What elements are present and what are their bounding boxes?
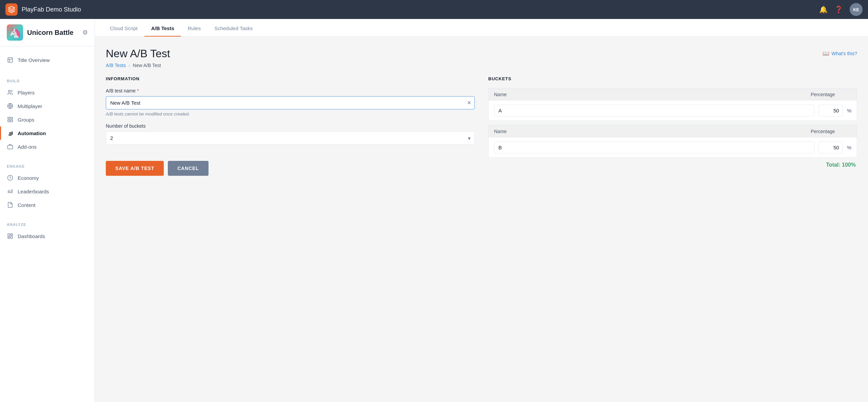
bucket-name-header-a: Name bbox=[494, 92, 811, 97]
bucket-b-pct-input[interactable] bbox=[818, 142, 843, 153]
svg-rect-7 bbox=[11, 120, 13, 122]
sidebar-item-economy[interactable]: Economy bbox=[0, 171, 95, 185]
sidebar-item-content[interactable]: Content bbox=[0, 198, 95, 212]
svg-rect-5 bbox=[11, 117, 13, 119]
ab-test-name-label: A/B test name * bbox=[106, 88, 475, 93]
buckets-total: Total: 100% bbox=[488, 162, 857, 168]
sidebar-item-leaderboards[interactable]: Leaderboards bbox=[0, 185, 95, 198]
required-star: * bbox=[137, 88, 139, 93]
sidebar: 🦄 Unicorn Battle ⚙ Title Overview BUILD bbox=[0, 19, 95, 402]
ab-test-name-input-wrapper: ✕ bbox=[106, 96, 475, 109]
bucket-header-row-b: Name Percentage bbox=[489, 125, 857, 137]
bucket-b-name-input[interactable] bbox=[494, 142, 814, 153]
help-button[interactable]: ❓ bbox=[834, 5, 843, 14]
svg-point-2 bbox=[8, 90, 11, 92]
app-logo bbox=[5, 3, 18, 16]
buckets-section: BUCKETS Name Percentage % bbox=[488, 76, 857, 176]
content-icon bbox=[7, 202, 14, 208]
ab-test-name-input[interactable] bbox=[106, 96, 475, 109]
sidebar-engage-section: ENGAGE Economy Leaderboards bbox=[0, 159, 95, 217]
page-title: New A/B Test bbox=[106, 47, 170, 60]
svg-rect-4 bbox=[8, 117, 9, 119]
leaderboards-icon bbox=[7, 188, 14, 195]
pct-symbol-a: % bbox=[847, 108, 851, 113]
breadcrumb-separator: › bbox=[129, 63, 130, 68]
multiplayer-icon bbox=[7, 103, 14, 109]
sidebar-item-label: Automation bbox=[18, 130, 46, 136]
information-section: INFORMATION A/B test name * ✕ A/B tests … bbox=[106, 76, 475, 176]
svg-marker-0 bbox=[8, 6, 15, 9]
input-clear-button[interactable]: ✕ bbox=[467, 100, 471, 106]
breadcrumb-parent-link[interactable]: A/B Tests bbox=[106, 63, 126, 68]
whats-this-button[interactable]: 📖 What's this? bbox=[823, 50, 857, 57]
svg-rect-1 bbox=[8, 58, 13, 62]
page-content: New A/B Test A/B Tests › New A/B Test 📖 … bbox=[95, 37, 868, 402]
bucket-data-row-b: % bbox=[489, 137, 857, 157]
svg-rect-13 bbox=[11, 236, 13, 238]
bucket-header-row-a: Name Percentage bbox=[489, 88, 857, 101]
page-header: New A/B Test A/B Tests › New A/B Test 📖 … bbox=[106, 47, 857, 68]
sidebar-item-automation[interactable]: Automation bbox=[0, 126, 95, 140]
sidebar-analyze-section: ANALYZE Dashboards bbox=[0, 217, 95, 248]
players-icon bbox=[7, 89, 14, 96]
automation-icon bbox=[7, 130, 14, 136]
sidebar-section-analyze-label: ANALYZE bbox=[0, 223, 95, 229]
sidebar-item-label: Title Overview bbox=[18, 57, 50, 63]
notifications-button[interactable]: 🔔 bbox=[819, 5, 828, 14]
tab-cloud-script[interactable]: Cloud Script bbox=[103, 21, 144, 37]
bucket-a-name-input[interactable] bbox=[494, 105, 814, 117]
user-avatar[interactable]: KE bbox=[850, 3, 863, 16]
sidebar-item-label: Players bbox=[18, 90, 35, 96]
buckets-count-label: Number of buckets bbox=[106, 123, 475, 129]
svg-rect-6 bbox=[8, 120, 9, 122]
page-header-left: New A/B Test A/B Tests › New A/B Test bbox=[106, 47, 170, 68]
bucket-a-pct-input[interactable] bbox=[818, 105, 843, 117]
ab-test-name-hint: A/B tests cannot be modified once create… bbox=[106, 111, 475, 117]
bucket-row-b: Name Percentage % bbox=[488, 125, 857, 158]
sidebar-item-players[interactable]: Players bbox=[0, 86, 95, 99]
game-title: Unicorn Battle bbox=[27, 29, 74, 37]
app-title: PlayFab Demo Studio bbox=[22, 6, 815, 13]
cancel-button[interactable]: CANCEL bbox=[168, 161, 208, 176]
sidebar-item-label: Leaderboards bbox=[18, 189, 49, 194]
buckets-count-select[interactable]: 2 3 4 5 bbox=[106, 131, 475, 145]
sidebar-item-addons[interactable]: Add-ons bbox=[0, 140, 95, 153]
main-content: Cloud Script A/B Tests Rules Scheduled T… bbox=[95, 19, 868, 402]
breadcrumb: A/B Tests › New A/B Test bbox=[106, 63, 170, 68]
groups-icon bbox=[7, 116, 14, 123]
sidebar-build-section: BUILD Players Multiplayer bbox=[0, 73, 95, 159]
bucket-row-a: Name Percentage % bbox=[488, 88, 857, 121]
economy-icon bbox=[7, 174, 14, 181]
buckets-count-label-text: Number of buckets bbox=[106, 123, 146, 129]
sidebar-item-label: Add-ons bbox=[18, 144, 37, 150]
ab-test-name-label-text: A/B test name bbox=[106, 88, 136, 93]
whats-this-label: What's this? bbox=[831, 51, 857, 56]
svg-rect-14 bbox=[8, 237, 9, 238]
sidebar-item-label: Content bbox=[18, 202, 36, 208]
tab-rules[interactable]: Rules bbox=[181, 21, 208, 37]
sidebar-item-title-overview[interactable]: Title Overview bbox=[0, 52, 95, 68]
sidebar-item-dashboards[interactable]: Dashboards bbox=[0, 229, 95, 243]
form-grid: INFORMATION A/B test name * ✕ A/B tests … bbox=[106, 76, 857, 176]
top-nav: PlayFab Demo Studio 🔔 ❓ KE bbox=[0, 0, 868, 19]
gear-icon[interactable]: ⚙ bbox=[82, 29, 88, 36]
sidebar-section-engage-label: ENGAGE bbox=[0, 164, 95, 171]
sidebar-item-label: Economy bbox=[18, 175, 39, 181]
breadcrumb-current: New A/B Test bbox=[133, 63, 161, 68]
app-layout: 🦄 Unicorn Battle ⚙ Title Overview BUILD bbox=[0, 19, 868, 402]
sidebar-title-overview-section: Title Overview bbox=[0, 46, 95, 73]
action-bar: SAVE A/B TEST CANCEL bbox=[106, 161, 475, 176]
svg-rect-12 bbox=[11, 234, 13, 235]
tab-scheduled-tasks[interactable]: Scheduled Tasks bbox=[208, 21, 259, 37]
bucket-data-row-a: % bbox=[489, 101, 857, 121]
addons-icon bbox=[7, 143, 14, 150]
sidebar-item-multiplayer[interactable]: Multiplayer bbox=[0, 99, 95, 113]
svg-rect-11 bbox=[8, 234, 9, 236]
buckets-count-select-wrapper: 2 3 4 5 ▾ bbox=[106, 131, 475, 145]
tab-ab-tests[interactable]: A/B Tests bbox=[144, 21, 181, 37]
svg-rect-9 bbox=[8, 145, 13, 149]
save-ab-test-button[interactable]: SAVE A/B TEST bbox=[106, 161, 164, 176]
sidebar-item-groups[interactable]: Groups bbox=[0, 113, 95, 126]
svg-point-8 bbox=[9, 132, 11, 134]
book-icon: 📖 bbox=[823, 50, 829, 57]
